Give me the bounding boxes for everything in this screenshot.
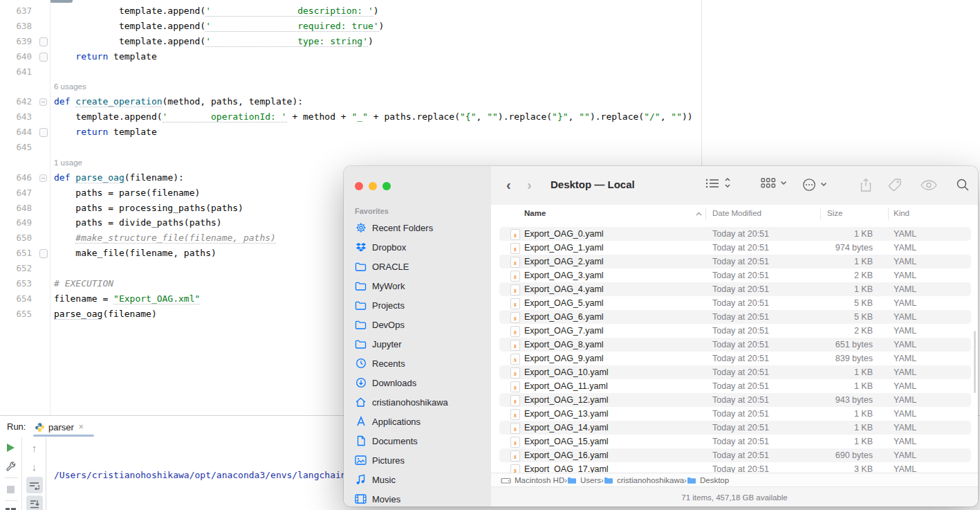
usages-hint[interactable]: 6 usages [54,82,86,91]
file-row[interactable]: sExport_OAG_8.yamlToday at 20:51651 byte… [491,338,978,352]
file-row[interactable]: sExport_OAG_1.yamlToday at 20:51974 byte… [491,241,978,255]
close-window-button[interactable] [355,182,363,190]
file-size: 1 KB [788,284,873,294]
file-row[interactable]: sExport_OAG_3.yamlToday at 20:512 KBYAML [491,268,978,282]
python-icon [35,422,45,432]
file-date-modified: Today at 20:51 [712,243,769,253]
fold-marker-icon[interactable] [39,98,47,106]
tags-button[interactable] [888,178,902,192]
prev-occurrence-button[interactable]: ↑ [26,439,43,456]
more-actions-button[interactable] [802,178,816,192]
file-kind: YAML [894,354,916,363]
group-by-chevron[interactable] [780,181,787,185]
next-occurrence-button[interactable]: ↓ [26,458,43,475]
breadcrumb-cristianohoshikawa[interactable]: cristianohoshikawa [604,476,684,484]
sidebar-item-applications[interactable]: Applications [349,413,486,430]
code-text: return template [54,125,157,140]
file-row[interactable]: sExport_OAG_10.yamlToday at 20:511 KBYAM… [491,365,978,379]
sidebar-item-dropbox[interactable]: Dropbox [349,239,486,255]
minimize-window-button[interactable] [369,182,377,190]
sidebar-item-projects[interactable]: Projects [349,297,486,313]
code-line[interactable]: 637 template.append(' description: ') [0,3,701,19]
code-line[interactable]: 639 template.append(' type: string') [0,34,701,49]
editor-scroll-indicator[interactable] [50,0,73,3]
sidebar-item-music[interactable]: Music [349,471,486,488]
code-line[interactable]: 638 template.append(' required: true') [0,19,701,34]
share-icon [860,178,872,192]
file-row[interactable]: sExport_OAG_9.yamlToday at 20:51839 byte… [491,352,978,365]
file-row[interactable]: sExport_OAG_12.yamlToday at 20:51943 byt… [491,393,978,407]
file-row[interactable]: sExport_OAG_14.yamlToday at 20:511 KBYAM… [491,421,978,435]
soft-wrap-button[interactable] [26,477,43,493]
sidebar-item-mywork[interactable]: MyWork [349,277,486,294]
scroll-to-end-button[interactable] [26,495,43,510]
sort-ascending-icon [696,212,702,216]
share-button[interactable] [860,178,872,192]
back-button[interactable]: ‹ [506,177,511,193]
more-actions-chevron[interactable] [820,182,827,187]
code-text: make_file(filename, paths) [54,246,216,261]
list-scrollbar[interactable] [974,331,976,393]
sidebar-item-recents[interactable]: Recents [349,355,486,372]
breadcrumb-users[interactable]: Users [567,476,601,484]
column-header-date-modified[interactable]: Date Modified [712,209,761,217]
file-row[interactable]: sExport_OAG_17.yamlToday at 20:513 KBYAM… [491,462,978,473]
stop-button[interactable] [3,481,19,498]
file-row[interactable]: sExport_OAG_4.yamlToday at 20:511 KBYAML [491,282,978,296]
code-line[interactable]: 6 usages [0,79,701,94]
file-row[interactable]: sExport_OAG_5.yamlToday at 20:515 KBYAML [491,296,978,310]
breadcrumb-macintosh-hd[interactable]: Macintosh HD [501,476,564,485]
sidebar-item-pictures[interactable]: Pictures [349,452,486,468]
column-header-name[interactable]: Name [524,209,546,217]
code-text: return template [54,49,157,64]
file-row[interactable]: sExport_OAG_16.yamlToday at 20:51690 byt… [491,448,978,462]
window-title: Desktop — Local [551,179,635,190]
rerun-button[interactable] [3,439,19,456]
sidebar-item-recent-folders[interactable]: Recent Folders [349,219,486,236]
file-kind: YAML [894,326,916,336]
search-button[interactable] [956,178,970,192]
sidebar-item-cristianohoshikawa[interactable]: cristianohoshikawa [349,394,486,410]
sidebar-item-label: MyWork [372,281,405,291]
code-line[interactable]: 645 [0,140,701,155]
close-tab-icon[interactable]: × [79,422,84,432]
sidebar-item-jupyter[interactable]: Jupyter [349,336,486,352]
code-text: def parse_oag(filename): [54,170,184,185]
group-by-button[interactable] [761,178,776,189]
column-header-kind[interactable]: Kind [894,209,909,217]
code-line[interactable]: 640 return template [0,49,701,64]
restore-layout-button[interactable] [3,504,19,510]
breadcrumb-desktop[interactable]: Desktop [687,476,729,484]
sidebar-item-downloads[interactable]: Downloads [349,374,486,391]
file-row[interactable]: sExport_OAG_13.yamlToday at 20:511 KBYAM… [491,407,978,421]
sidebar-item-movies[interactable]: Movies [349,491,486,507]
run-panel-label: Run: [7,421,26,432]
sidebar-item-devops[interactable]: DevOps [349,316,486,333]
view-mode-button[interactable] [705,178,719,189]
code-line[interactable]: 642def create_operation(method, paths, t… [0,94,701,109]
code-line[interactable]: 641 [0,64,701,80]
column-header-size[interactable]: Size [827,209,842,217]
file-row[interactable]: sExport_OAG_0.yamlToday at 20:511 KBYAML [491,227,978,241]
run-tab-parser[interactable]: parser × [35,419,84,435]
fold-marker-icon[interactable] [39,174,47,182]
zoom-window-button[interactable] [382,182,391,190]
preview-button[interactable] [921,180,937,190]
file-row[interactable]: sExport_OAG_2.yamlToday at 20:511 KBYAML [491,255,978,268]
usages-hint[interactable]: 1 usage [54,158,82,167]
sidebar-item-documents[interactable]: Documents [349,432,486,449]
file-date-modified: Today at 20:51 [712,326,769,336]
file-row[interactable]: sExport_OAG_7.yamlToday at 20:512 KBYAML [491,324,978,338]
finder-window: Favorites Recent FoldersDropboxORACLEMyW… [344,166,978,507]
file-row[interactable]: sExport_OAG_6.yamlToday at 20:515 KBYAML [491,310,978,324]
run-settings-button[interactable] [3,458,19,475]
sidebar-item-oracle[interactable]: ORACLE [349,258,486,275]
code-line[interactable]: 643 template.append(' operationId: ' + m… [0,109,701,125]
view-mode-stepper[interactable] [724,176,731,189]
forward-button[interactable]: › [527,177,532,193]
code-text: filename = "Export_OAG.xml" [54,291,200,307]
file-row[interactable]: sExport_OAG_15.yamlToday at 20:511 KBYAM… [491,435,978,448]
code-line[interactable]: 644 return template [0,125,701,140]
file-row[interactable]: sExport_OAG_11.yamlToday at 20:511 KBYAM… [491,379,978,393]
download-icon [355,377,367,389]
